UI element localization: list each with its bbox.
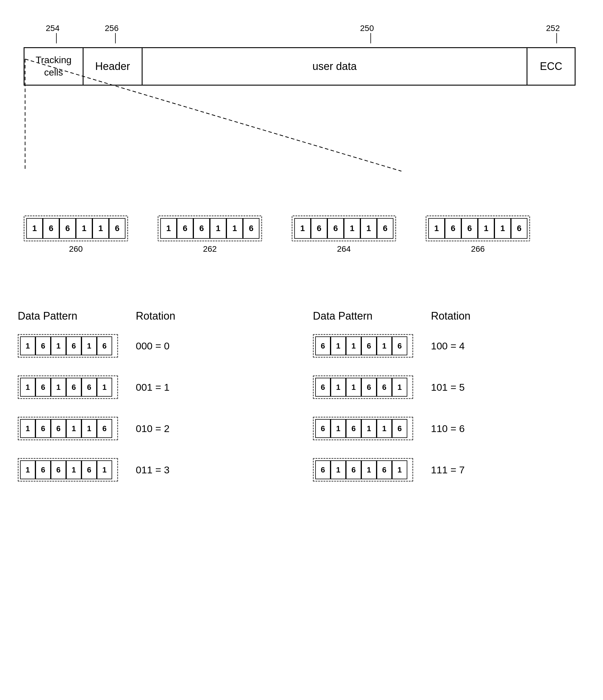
dp-0-c4: 6	[66, 336, 81, 355]
dp-group-4: 6 1 1 6 1 6	[313, 334, 413, 358]
g260-c4: 1	[76, 218, 92, 239]
dp-pattern-7: 6 1 6 1 6 1	[313, 458, 413, 482]
ref-252: 252	[546, 24, 560, 33]
g266-c5: 1	[494, 218, 511, 239]
ref-256: 256	[105, 24, 119, 33]
dp-7-c5: 6	[377, 460, 392, 479]
dp-pattern-0: 1 6 1 6 1 6	[18, 334, 118, 358]
dp-row-7: 6 1 6 1 6 1 111 = 7	[313, 458, 584, 482]
group-262-label: 262	[203, 244, 217, 254]
dp-4-c1: 6	[315, 336, 331, 355]
group-262-wrapper: 1 6 6 1 1 6 262	[158, 216, 262, 254]
dp-pattern-2: 1 6 6 1 1 6	[18, 417, 118, 440]
dp-pattern-5: 6 1 1 6 6 1	[313, 375, 413, 399]
group-264: 1 6 6 1 1 6	[292, 216, 396, 242]
group-266: 1 6 6 1 1 6	[426, 216, 530, 242]
g264-c4: 1	[344, 218, 360, 239]
g262-c6: 6	[243, 218, 259, 239]
dp-3-c6: 1	[97, 460, 112, 479]
dp-row-3: 1 6 6 1 6 1 011 = 3	[18, 458, 289, 482]
dp-row-1: 1 6 1 6 6 1 001 = 1	[18, 375, 289, 399]
g262-c1: 1	[160, 218, 177, 239]
ref-250: 250	[360, 24, 374, 33]
dp-0-c1: 1	[20, 336, 35, 355]
dp-2-c2: 6	[35, 419, 51, 438]
dp-4-c6: 6	[392, 336, 407, 355]
g262-c5: 1	[226, 218, 243, 239]
dp-5-c6: 1	[392, 378, 407, 397]
dp-rotation-2: 010 = 2	[136, 423, 224, 434]
g262-c2: 6	[177, 218, 193, 239]
group-264-label: 264	[337, 244, 351, 254]
dp-columns: Data Pattern Rotation 1 6 1 6 1 6 000 = …	[18, 310, 584, 499]
dp-1-c6: 1	[97, 378, 112, 397]
dp-6-c3: 6	[346, 419, 361, 438]
dp-5-c5: 6	[377, 378, 392, 397]
dp-pattern-4: 6 1 1 6 1 6	[313, 334, 413, 358]
dp-rotation-1: 001 = 1	[136, 381, 224, 393]
g260-c2: 6	[43, 218, 59, 239]
dp-4-c4: 6	[361, 336, 377, 355]
g260-c3: 6	[59, 218, 76, 239]
dp-left-pattern-header: Data Pattern	[18, 310, 118, 322]
dp-row-5: 6 1 1 6 6 1 101 = 5	[313, 375, 584, 399]
dp-3-c2: 6	[35, 460, 51, 479]
dp-pattern-1: 1 6 1 6 6 1	[18, 375, 118, 399]
g264-c3: 6	[327, 218, 344, 239]
top-diagram: 254 256 250 252 Trackingcells Header use…	[18, 24, 584, 85]
dp-pattern-6: 6 1 6 1 1 6	[313, 417, 413, 440]
group-266-wrapper: 1 6 6 1 1 6 266	[426, 216, 530, 254]
dp-6-c4: 1	[361, 419, 377, 438]
group-264-wrapper: 1 6 6 1 1 6 264	[292, 216, 396, 254]
dp-group-1: 1 6 1 6 6 1	[18, 375, 118, 399]
dp-row-0: 1 6 1 6 1 6 000 = 0	[18, 334, 289, 358]
g260-c1: 1	[26, 218, 43, 239]
dp-2-c4: 1	[66, 419, 81, 438]
group-260-wrapper: 1 6 6 1 1 6 260	[24, 216, 128, 254]
dp-0-c6: 6	[97, 336, 112, 355]
dp-3-c4: 1	[66, 460, 81, 479]
dp-3-c5: 6	[81, 460, 97, 479]
g264-c5: 1	[360, 218, 377, 239]
g260-c6: 6	[109, 218, 125, 239]
g266-c3: 6	[461, 218, 478, 239]
dp-row-6: 6 1 6 1 1 6 110 = 6	[313, 417, 584, 440]
dp-right-rotation-header: Rotation	[431, 310, 520, 322]
dp-left-half: Data Pattern Rotation 1 6 1 6 1 6 000 = …	[18, 310, 289, 499]
g264-c6: 6	[377, 218, 394, 239]
dp-group-2: 1 6 6 1 1 6	[18, 417, 118, 440]
dp-4-c3: 1	[346, 336, 361, 355]
dp-5-c1: 6	[315, 378, 331, 397]
dp-row-4: 6 1 1 6 1 6 100 = 4	[313, 334, 584, 358]
dp-6-c2: 1	[331, 419, 346, 438]
svg-line-1	[25, 59, 401, 171]
dp-1-c5: 6	[81, 378, 97, 397]
dp-5-c2: 1	[331, 378, 346, 397]
dp-7-c1: 6	[315, 460, 331, 479]
dp-1-c4: 6	[66, 378, 81, 397]
g260-c5: 1	[92, 218, 109, 239]
dp-pattern-3: 1 6 6 1 6 1	[18, 458, 118, 482]
dp-2-c5: 1	[81, 419, 97, 438]
g264-c1: 1	[294, 218, 311, 239]
g266-c2: 6	[445, 218, 461, 239]
group-260: 1 6 6 1 1 6	[24, 216, 128, 242]
ref-numbers-row: 254 256 250 252	[18, 24, 584, 47]
dp-rotation-4: 100 = 4	[431, 340, 520, 352]
dp-group-3: 1 6 6 1 6 1	[18, 458, 118, 482]
dp-7-c6: 1	[392, 460, 407, 479]
dp-7-c3: 6	[346, 460, 361, 479]
dp-6-c6: 6	[392, 419, 407, 438]
g266-c6: 6	[511, 218, 527, 239]
dp-2-c6: 6	[97, 419, 112, 438]
dp-rotation-3: 011 = 3	[136, 464, 224, 476]
dp-row-2: 1 6 6 1 1 6 010 = 2	[18, 417, 289, 440]
dp-group-6: 6 1 6 1 1 6	[313, 417, 413, 440]
group-266-label: 266	[471, 244, 485, 254]
ref-256-line	[115, 33, 116, 43]
group-260-label: 260	[69, 244, 83, 254]
connector-lines	[24, 59, 576, 224]
dp-group-7: 6 1 6 1 6 1	[313, 458, 413, 482]
dp-group-0: 1 6 1 6 1 6	[18, 334, 118, 358]
g262-c3: 6	[193, 218, 210, 239]
